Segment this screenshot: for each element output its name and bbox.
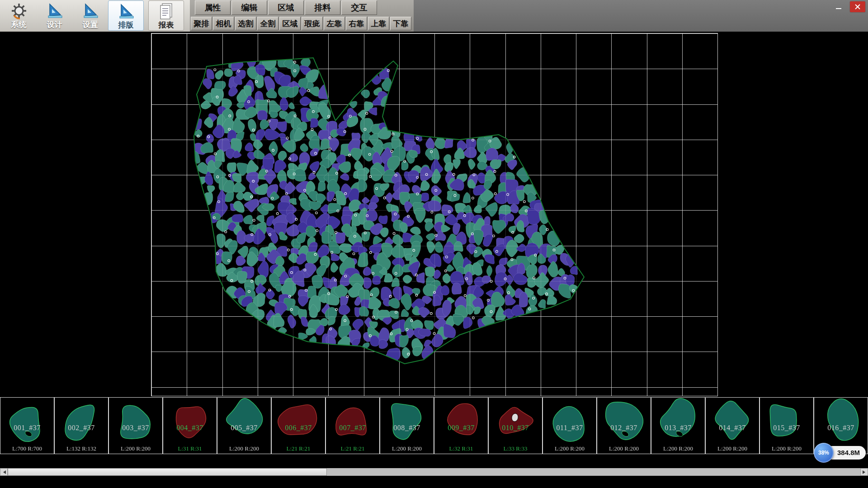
piece-name: 001_#37: [0, 424, 54, 432]
piece-thumbnail[interactable]: 014_#37L:200 R:200: [705, 397, 760, 454]
tool-cut-all-button[interactable]: 全割: [257, 17, 278, 30]
piece-counts: L:31 R:31: [163, 445, 217, 452]
scroll-left-button[interactable]: [0, 468, 8, 476]
menu-tab-interaction[interactable]: 交互: [341, 0, 377, 15]
piece-name: 011_#37: [543, 424, 596, 432]
piece-counts: L:200 R:200: [380, 445, 434, 452]
piece-thumbnail[interactable]: 012_#37L:200 R:200: [597, 397, 651, 454]
nav-button-label: 报表: [159, 21, 174, 30]
piece-thumbnail[interactable]: 008_#37L:200 R:200: [380, 397, 434, 454]
nav-design-button[interactable]: 设计: [37, 0, 72, 31]
menu-tabs: 属性编辑区域排料交互: [195, 0, 377, 15]
progress-value: 38%: [818, 450, 829, 456]
piece-counts: L:700 R:700: [0, 445, 54, 452]
piece-counts: L:200 R:200: [597, 445, 651, 452]
ruler-icon: [81, 1, 99, 20]
big-buttons: 系统设计设置排版报表: [1, 0, 184, 31]
nav-button-label: 排版: [118, 21, 134, 30]
piece-counts: L:200 R:200: [217, 445, 271, 452]
close-icon: [854, 4, 861, 10]
piece-counts: L:21 R:21: [326, 445, 379, 452]
nav-button-label: 系统: [11, 20, 27, 29]
piece-counts: L:200 R:200: [706, 445, 759, 452]
horizontal-scrollbar[interactable]: [0, 468, 868, 476]
scrollbar-thumb[interactable]: [8, 468, 327, 476]
piece-thumbnail[interactable]: 004_#37L:31 R:31: [163, 397, 217, 454]
piece-thumbnail[interactable]: 011_#37L:200 R:200: [542, 397, 597, 454]
piece-thumbnail[interactable]: 010_#37L:33 R:33: [488, 397, 542, 454]
pieces-strip: 001_#37L:700 R:700002_#37L:132 R:132003_…: [0, 397, 868, 454]
nav-layout-button[interactable]: 排版: [108, 0, 144, 31]
nav-settings-button[interactable]: 设置: [72, 0, 108, 31]
ruler-icon: [46, 1, 64, 20]
tool-defect-button[interactable]: 瑕疵: [302, 17, 323, 30]
piece-name: 016_#37: [814, 424, 868, 432]
piece-thumbnail[interactable]: 006_#37L:21 R:21: [271, 397, 326, 454]
piece-counts: L:200 R:200: [651, 445, 705, 452]
tool-camera-button[interactable]: 相机: [213, 17, 234, 30]
nav-button-label: 设置: [83, 20, 98, 29]
gear-icon: [10, 1, 28, 20]
piece-thumbnail[interactable]: 001_#37L:700 R:700: [0, 397, 54, 454]
piece-name: 015_#37: [760, 424, 813, 432]
application-window: 系统设计设置排版报表 属性编辑区域排料交互 聚排相机选割全割区域瑕疵左靠右靠上靠…: [0, 0, 868, 488]
report-icon: [157, 2, 175, 21]
top-toolbar: 系统设计设置排版报表 属性编辑区域排料交互 聚排相机选割全割区域瑕疵左靠右靠上靠…: [0, 0, 868, 32]
status-indicator: 384.8M 38%: [814, 443, 868, 464]
piece-name: 007_#37: [326, 424, 379, 432]
piece-name: 002_#37: [55, 424, 108, 432]
piece-counts: L:32 R:31: [434, 445, 488, 452]
right-arrow-icon: [863, 470, 867, 474]
piece-thumbnail[interactable]: 002_#37L:132 R:132: [54, 397, 108, 454]
piece-counts: L:33 R:33: [489, 445, 542, 452]
nav-report-button[interactable]: 报表: [148, 0, 184, 31]
nav-button-label: 设计: [47, 20, 62, 29]
piece-counts: L:21 R:21: [272, 445, 325, 452]
piece-counts: L:200 R:200: [543, 445, 596, 452]
piece-name: 009_#37: [434, 424, 488, 432]
close-button[interactable]: [850, 1, 865, 12]
menu-tab-attributes[interactable]: 属性: [195, 0, 231, 15]
piece-counts: L:200 R:200: [109, 445, 162, 452]
left-arrow-icon: [1, 470, 6, 474]
minimize-icon: [835, 4, 842, 10]
piece-name: 014_#37: [706, 424, 759, 432]
piece-name: 010_#37: [489, 424, 542, 432]
piece-name: 013_#37: [651, 424, 705, 432]
tool-snap-left-button[interactable]: 左靠: [324, 17, 345, 30]
piece-name: 012_#37: [597, 424, 651, 432]
tool-select-cut-button[interactable]: 选割: [235, 17, 256, 30]
piece-thumbnail[interactable]: 015_#37L:200 R:200: [760, 397, 814, 454]
window-controls: [831, 1, 865, 12]
tool-snap-bottom-button[interactable]: 下靠: [390, 17, 411, 30]
piece-thumbnail[interactable]: 007_#37L:21 R:21: [326, 397, 380, 454]
piece-counts: L:200 R:200: [760, 445, 813, 452]
tool-region-button[interactable]: 区域: [279, 17, 301, 30]
tool-cluster-nest-button[interactable]: 聚排: [191, 17, 212, 30]
menu-tab-edit[interactable]: 编辑: [231, 0, 267, 15]
piece-name: 008_#37: [380, 424, 434, 432]
piece-thumbnail[interactable]: 013_#37L:200 R:200: [651, 397, 705, 454]
tool-buttons: 聚排相机选割全割区域瑕疵左靠右靠上靠下靠: [191, 17, 411, 30]
minimize-button[interactable]: [831, 1, 846, 12]
piece-thumbnail[interactable]: 009_#37L:32 R:31: [434, 397, 488, 454]
piece-thumbnail[interactable]: 003_#37L:200 R:200: [108, 397, 163, 454]
tool-snap-top-button[interactable]: 上靠: [368, 17, 389, 30]
progress-badge: 38%: [814, 443, 834, 463]
tool-snap-right-button[interactable]: 右靠: [346, 17, 367, 30]
menu-tab-nesting[interactable]: 排料: [305, 0, 340, 15]
menu-tab-region[interactable]: 区域: [268, 0, 304, 15]
piece-thumbnail[interactable]: 005_#37L:200 R:200: [217, 397, 271, 454]
toolbar-background: [414, 0, 868, 32]
nav-system-button[interactable]: 系统: [1, 0, 37, 31]
piece-name: 004_#37: [163, 424, 217, 432]
piece-name: 003_#37: [109, 424, 162, 432]
piece-counts: L:132 R:132: [55, 445, 108, 452]
nesting-canvas[interactable]: [151, 33, 718, 396]
piece-name: 006_#37: [272, 424, 325, 432]
ruler-icon: [117, 2, 135, 21]
scroll-right-button[interactable]: [860, 468, 868, 476]
work-area: [0, 32, 868, 397]
piece-name: 005_#37: [217, 424, 271, 432]
